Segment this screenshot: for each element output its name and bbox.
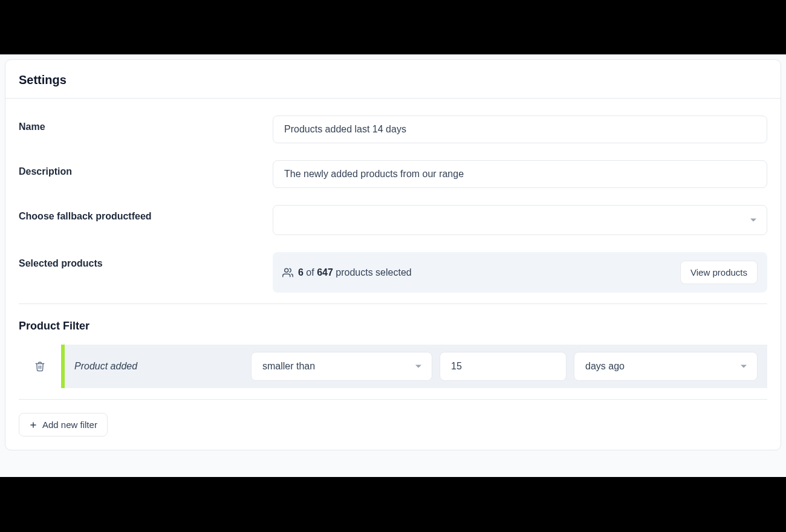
name-row: Name — [19, 115, 767, 143]
name-input[interactable] — [273, 115, 767, 143]
divider — [19, 303, 767, 304]
selected-products-text: 6 of 647 products selected — [282, 267, 412, 278]
fallback-label: Choose fallback productfeed — [19, 205, 273, 222]
selected-suffix: products selected — [333, 267, 412, 277]
users-icon — [282, 267, 293, 278]
description-input[interactable] — [273, 160, 767, 188]
add-filter-button[interactable]: Add new filter — [19, 413, 108, 436]
delete-filter-button[interactable] — [19, 345, 61, 388]
product-filter-title: Product Filter — [19, 320, 767, 332]
plus-icon — [29, 421, 37, 429]
add-filter-label: Add new filter — [42, 420, 97, 430]
filter-value-input[interactable] — [440, 352, 567, 381]
filter-field-label: Product added — [74, 361, 244, 372]
settings-card: Settings Name Description Choose fallbac… — [5, 59, 781, 450]
filter-row: Product added — [19, 345, 767, 388]
name-label: Name — [19, 115, 273, 132]
total-count: 647 — [317, 267, 333, 277]
filter-unit-select[interactable] — [574, 352, 758, 381]
card-header: Settings — [5, 60, 781, 99]
svg-point-0 — [285, 268, 288, 272]
divider — [19, 399, 767, 400]
trash-icon — [34, 361, 45, 372]
card-title: Settings — [19, 73, 767, 87]
selected-products-label: Selected products — [19, 252, 273, 269]
fallback-row: Choose fallback productfeed — [19, 205, 767, 235]
filter-operator-select[interactable] — [251, 352, 432, 381]
description-label: Description — [19, 160, 273, 177]
selected-products-row: Selected products 6 of 647 products sele… — [19, 252, 767, 293]
selected-count: 6 — [298, 267, 304, 277]
fallback-select[interactable] — [273, 205, 767, 235]
view-products-button[interactable]: View products — [680, 261, 758, 284]
description-row: Description — [19, 160, 767, 188]
filter-body: Product added — [65, 345, 767, 388]
of-text: of — [304, 267, 317, 277]
selected-products-panel: 6 of 647 products selected View products — [273, 252, 767, 293]
